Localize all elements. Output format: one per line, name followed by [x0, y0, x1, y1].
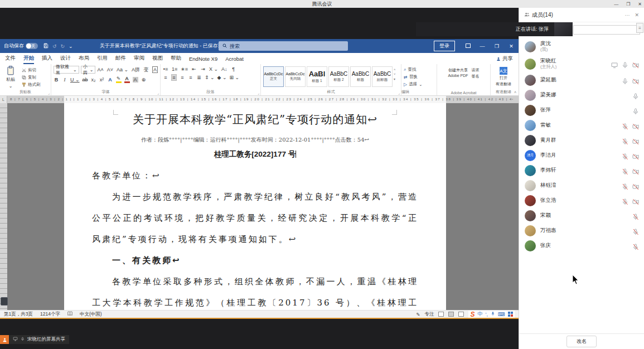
style-card[interactable]: AaBbC 标题: [350, 66, 371, 87]
styles-more-icon[interactable]: ▾: [394, 77, 396, 81]
font-tool-button[interactable]: 变: [143, 66, 149, 74]
font-format-button[interactable]: A: [108, 77, 113, 83]
panel-more-button[interactable]: ···: [624, 12, 630, 18]
member-row[interactable]: 宋晓红 (主持人): [519, 55, 644, 72]
os-maximize-button[interactable]: ❐: [626, 2, 630, 7]
style-card[interactable]: AaBbCcDc 正文: [263, 66, 284, 87]
panel-handle[interactable]: ≡: [636, 23, 643, 33]
menu-tab[interactable]: 帮助: [167, 53, 185, 64]
member-row[interactable]: 雷敏: [519, 118, 644, 133]
paragraph-tool-button[interactable]: X ⌄: [209, 66, 218, 72]
word-count[interactable]: 1214个字: [40, 311, 60, 318]
style-card[interactable]: AaBbC 标题 2: [328, 66, 349, 87]
web-layout-icon[interactable]: [458, 312, 464, 317]
page-indicator[interactable]: 第1页，共3页: [4, 311, 33, 318]
sogou-toolbox-icon[interactable]: [508, 312, 513, 317]
print-layout-icon[interactable]: [448, 312, 454, 317]
tab-selector[interactable]: L: [0, 96, 7, 103]
horizontal-ruler[interactable]: L 8 | 7 | 6 | 5 | 4 | 3 | 2 | 1 | | 1 | …: [0, 96, 519, 103]
paragraph-tool-button[interactable]: ⇥: [200, 66, 206, 72]
member-row[interactable]: 梁延鹏: [519, 72, 644, 88]
ribbon-display-options-icon[interactable]: [461, 43, 475, 49]
undo-icon[interactable]: ↺: [52, 43, 57, 49]
search-input[interactable]: [230, 43, 330, 49]
paragraph-format-button[interactable]: ≡: [171, 74, 177, 81]
paragraph-format-button[interactable]: ≣: [196, 75, 202, 80]
paragraph-tool-button[interactable]: ⇤: [191, 66, 197, 72]
font-format-button[interactable]: A: [124, 76, 130, 83]
punctuation-icon[interactable]: ’,: [486, 312, 488, 317]
panel-close-button[interactable]: ✕: [635, 12, 639, 18]
autosave-toggle[interactable]: 自动保存 关: [4, 42, 38, 50]
word-search-box[interactable]: [219, 41, 348, 51]
member-row[interactable]: 李炜轩: [519, 163, 644, 178]
format-painter-button[interactable]: 格式刷: [22, 82, 41, 88]
member-row[interactable]: 洁月 李洁月: [519, 148, 644, 163]
paragraph-format-button[interactable]: ≡: [188, 75, 193, 80]
youdao-translate-button[interactable]: A文 打开 有道翻译: [496, 67, 511, 89]
member-row[interactable]: 张庆: [519, 238, 644, 253]
sogou-logo-icon[interactable]: S: [470, 311, 474, 318]
rename-button[interactable]: 改名: [566, 336, 597, 347]
font-format-button[interactable]: x₂: [91, 77, 96, 83]
word-close-button[interactable]: ✕: [504, 43, 519, 49]
vertical-ruler[interactable]: [0, 103, 7, 310]
member-row[interactable]: 万祖惠: [519, 223, 644, 238]
document-page[interactable]: 关于开展本科教学“正风肃纪”专项行动的通知↩ 作者：段炼°°°°|°°°°编辑：…: [64, 103, 446, 310]
menu-tab[interactable]: 视图: [148, 53, 167, 64]
menu-tab[interactable]: 布局: [75, 53, 93, 64]
os-minimize-button[interactable]: —: [614, 2, 618, 7]
soft-keyboard-icon[interactable]: ⌨: [498, 312, 505, 317]
font-tool-button[interactable]: A拼: [132, 66, 140, 74]
adobe-button[interactable]: 请求 签名: [472, 67, 480, 89]
paragraph-dialog-launcher[interactable]: ⌟: [258, 91, 259, 95]
font-size-select[interactable]: 小四⌄: [81, 66, 96, 74]
paste-dropdown-icon[interactable]: ⌄: [9, 84, 13, 89]
font-tool-button[interactable]: A˅: [107, 67, 113, 72]
member-row[interactable]: 黄月群: [519, 133, 644, 148]
font-dialog-launcher[interactable]: ⌟: [157, 91, 159, 95]
focus-mode-button[interactable]: 专注: [424, 311, 434, 318]
share-button[interactable]: 共享: [496, 55, 513, 64]
styles-scroll-down-icon[interactable]: ˅: [394, 72, 396, 76]
login-button[interactable]: 登录: [434, 41, 455, 51]
language-indicator[interactable]: 中文(中国): [80, 311, 102, 318]
member-row[interactable]: 张立浩: [519, 193, 644, 208]
font-format-button[interactable]: A: [133, 77, 138, 83]
adobe-button[interactable]: 创建并共享 Adobe PDF: [448, 67, 468, 89]
menu-tab[interactable]: 审阅: [130, 53, 148, 64]
cut-button[interactable]: 剪切: [22, 67, 41, 73]
paragraph-format-button[interactable]: ≡: [180, 75, 185, 80]
menu-tab[interactable]: 文件: [1, 53, 20, 64]
menu-tab[interactable]: Acrobat: [221, 54, 248, 64]
sogou-float-icon[interactable]: [1, 297, 8, 306]
font-format-button[interactable]: U ⌄: [70, 77, 80, 83]
font-format-button[interactable]: ⊕: [141, 77, 147, 83]
autosave-switch[interactable]: 关: [26, 43, 38, 49]
menu-tab[interactable]: 设计: [56, 53, 75, 64]
editing-menu-item[interactable]: ▷ 选择 ⌄: [404, 81, 434, 87]
font-format-button[interactable]: ✎: [116, 76, 122, 83]
paragraph-format-button[interactable]: ⇕ ⌄: [205, 75, 215, 80]
menu-tab[interactable]: 开始: [20, 53, 38, 64]
voice-input-icon[interactable]: [491, 311, 495, 317]
copy-button[interactable]: 复制: [22, 75, 41, 80]
paragraph-format-button[interactable]: ⊞ ⌄: [230, 75, 240, 80]
member-row[interactable]: 庹沈 (我): [519, 38, 644, 55]
paste-button[interactable]: 粘贴 ⌄: [2, 66, 19, 89]
style-card[interactable]: AaBbC 副标题: [372, 66, 393, 87]
member-row[interactable]: 宋颖: [519, 208, 644, 223]
member-row[interactable]: 梁美娜: [519, 88, 644, 103]
member-search-input[interactable]: [573, 25, 640, 35]
font-format-button[interactable]: x²: [99, 77, 105, 83]
save-icon[interactable]: [43, 43, 49, 50]
font-format-button[interactable]: B: [54, 77, 59, 83]
paragraph-format-button[interactable]: ◆ ⌄: [217, 75, 227, 80]
ribbon-collapse-icon[interactable]: ˄: [514, 90, 516, 94]
paragraph-tool-button[interactable]: •≡: [163, 66, 168, 72]
menu-tab[interactable]: 引用: [93, 53, 112, 64]
font-format-button[interactable]: I: [62, 77, 67, 83]
os-close-button[interactable]: ✕: [638, 2, 642, 7]
word-restore-button[interactable]: ❐: [490, 43, 504, 49]
menu-tab[interactable]: 邮件: [112, 53, 130, 64]
